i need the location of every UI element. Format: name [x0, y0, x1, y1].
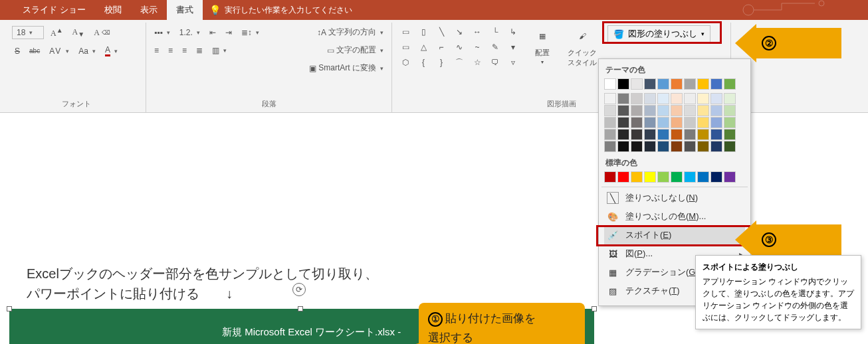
color-swatch[interactable]	[617, 93, 629, 104]
color-swatch[interactable]	[604, 93, 616, 104]
color-swatch[interactable]	[684, 78, 696, 90]
color-swatch[interactable]	[644, 129, 656, 140]
color-swatch[interactable]	[684, 171, 696, 183]
color-swatch[interactable]	[671, 141, 683, 152]
color-swatch[interactable]	[604, 78, 616, 90]
color-swatch[interactable]	[617, 78, 629, 90]
line-spacing-icon[interactable]: ≣↕	[239, 27, 262, 39]
more-colors-item[interactable]: 🎨塗りつぶしの色(M)...	[604, 207, 745, 226]
color-swatch[interactable]	[617, 105, 629, 116]
shape-star-icon[interactable]: ☆	[469, 56, 485, 69]
color-swatch[interactable]	[684, 105, 696, 116]
color-swatch[interactable]	[671, 93, 683, 104]
color-swatch[interactable]	[644, 105, 656, 116]
color-swatch[interactable]	[697, 141, 709, 152]
color-swatch[interactable]	[604, 171, 616, 183]
color-swatch[interactable]	[657, 78, 669, 90]
color-swatch[interactable]	[657, 117, 669, 128]
color-swatch[interactable]	[684, 93, 696, 104]
clear-formatting-icon[interactable]: A⌫	[91, 27, 113, 39]
color-swatch[interactable]	[657, 141, 669, 152]
shape-expand-icon[interactable]: ▾	[505, 41, 521, 54]
color-swatch[interactable]	[604, 105, 616, 116]
color-swatch[interactable]	[710, 141, 722, 152]
color-swatch[interactable]	[631, 141, 643, 152]
shape-elbow-icon[interactable]: └	[487, 25, 503, 39]
color-swatch[interactable]	[617, 141, 629, 152]
shape-rect-icon[interactable]: ▭	[397, 41, 413, 54]
char-spacing-icon[interactable]: AV	[47, 45, 72, 57]
color-swatch[interactable]	[631, 171, 643, 183]
shape-freeform-icon[interactable]: ✎	[487, 41, 503, 54]
color-swatch[interactable]	[631, 78, 643, 90]
color-swatch[interactable]	[684, 141, 696, 152]
color-swatch[interactable]	[724, 129, 736, 140]
color-swatch[interactable]	[617, 171, 629, 183]
align-left-icon[interactable]: ≡	[152, 44, 162, 56]
tab-view[interactable]: 表示	[131, 0, 167, 20]
tab-review[interactable]: 校閲	[95, 0, 131, 20]
rotate-handle-icon[interactable]: ⟳	[292, 283, 306, 296]
color-swatch[interactable]	[631, 93, 643, 104]
justify-icon[interactable]: ≣	[193, 44, 205, 56]
color-swatch[interactable]	[631, 129, 643, 140]
color-swatch[interactable]	[657, 93, 669, 104]
color-swatch[interactable]	[724, 171, 736, 183]
shape-vtextbox-icon[interactable]: ▯	[415, 25, 431, 39]
font-color-icon[interactable]: A	[102, 44, 120, 58]
color-swatch[interactable]	[724, 78, 736, 90]
shape-double-arrow-icon[interactable]: ↔	[469, 25, 485, 39]
shape-brace-l-icon[interactable]: {	[415, 56, 431, 69]
tab-slideshow[interactable]: スライド ショー	[13, 0, 95, 20]
color-swatch[interactable]	[724, 105, 736, 116]
selection-handle[interactable]	[7, 306, 12, 311]
shape-l-icon[interactable]: ⌐	[433, 41, 449, 54]
color-swatch[interactable]	[697, 93, 709, 104]
shape-triangle-icon[interactable]: △	[415, 41, 431, 54]
color-swatch[interactable]	[644, 93, 656, 104]
color-swatch[interactable]	[697, 171, 709, 183]
text-direction-button[interactable]: ↕A文字列の方向	[314, 25, 386, 39]
color-swatch[interactable]	[631, 105, 643, 116]
shape-curve-icon[interactable]: ∿	[451, 41, 467, 54]
color-swatch[interactable]	[710, 171, 722, 183]
color-swatch[interactable]	[724, 141, 736, 152]
selection-handle[interactable]	[592, 306, 597, 311]
align-right-icon[interactable]: ≡	[179, 44, 189, 56]
shape-arrow-line-icon[interactable]: ↘	[451, 25, 467, 39]
increase-font-icon[interactable]: A▲	[48, 25, 66, 40]
color-swatch[interactable]	[697, 105, 709, 116]
numbering-icon[interactable]: 1.2.	[177, 27, 203, 39]
color-swatch[interactable]	[657, 171, 669, 183]
color-swatch[interactable]	[617, 117, 629, 128]
quick-styles-button[interactable]: 🖌 クイック スタイル	[564, 25, 601, 68]
color-swatch[interactable]	[657, 105, 669, 116]
color-swatch[interactable]	[644, 141, 656, 152]
color-swatch[interactable]	[710, 105, 722, 116]
strike-abc-icon[interactable]: abc	[27, 46, 43, 56]
color-swatch[interactable]	[710, 78, 722, 90]
shape-gallery[interactable]: ▭ ▯ ╲ ↘ ↔ └ ↳ ▭ △ ⌐ ∿ ~ ✎ ▾ ⬡ { } ⌒ ☆ 🗨	[397, 25, 521, 69]
color-swatch[interactable]	[684, 117, 696, 128]
shape-line-icon[interactable]: ╲	[433, 25, 449, 39]
indent-decrease-icon[interactable]: ⇤	[207, 27, 219, 39]
color-swatch[interactable]	[671, 117, 683, 128]
color-swatch[interactable]	[671, 105, 683, 116]
color-swatch[interactable]	[724, 117, 736, 128]
color-swatch[interactable]	[697, 129, 709, 140]
shape-hex-icon[interactable]: ⬡	[397, 56, 413, 69]
smartart-button[interactable]: ▣SmartArt に変換	[306, 61, 386, 75]
color-swatch[interactable]	[671, 171, 683, 183]
color-swatch[interactable]	[657, 129, 669, 140]
tell-me-box[interactable]: 💡 実行したい作業を入力してください	[209, 5, 352, 16]
color-swatch[interactable]	[604, 129, 616, 140]
text-align-button[interactable]: ▭文字の配置	[324, 43, 386, 57]
tab-format[interactable]: 書式	[167, 0, 203, 20]
color-swatch[interactable]	[604, 117, 616, 128]
color-swatch[interactable]	[671, 78, 683, 90]
shape-arc-icon[interactable]: ⌒	[451, 56, 467, 69]
change-case-icon[interactable]: Aa	[76, 45, 98, 57]
color-swatch[interactable]	[697, 78, 709, 90]
color-swatch[interactable]	[617, 129, 629, 140]
color-swatch[interactable]	[724, 93, 736, 104]
